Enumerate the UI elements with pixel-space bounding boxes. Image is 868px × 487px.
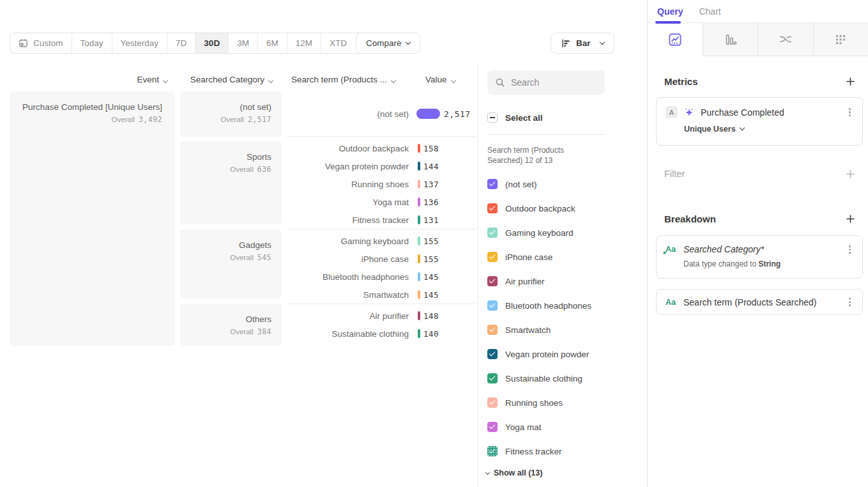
measure-dropdown[interactable]: Unique Users <box>684 125 853 134</box>
checkbox-checked-icon[interactable] <box>487 398 498 408</box>
checkbox-checked-icon[interactable] <box>487 228 498 238</box>
insights-chart-icon <box>668 33 682 47</box>
category-card[interactable]: Sports Overall636 <box>180 141 282 224</box>
category-card[interactable]: Others Overall384 <box>180 304 282 346</box>
column-header-value[interactable]: Value <box>425 75 455 84</box>
category-card[interactable]: (not set) Overall2,517 <box>180 91 282 137</box>
table-row[interactable]: Vegan protein powder144 <box>287 157 476 175</box>
report-type-tabs <box>648 23 868 56</box>
kebab-menu-icon[interactable] <box>849 301 851 303</box>
value-bar[interactable] <box>418 272 420 281</box>
value-bar[interactable] <box>418 329 420 338</box>
table-row[interactable]: Running shoes137 <box>287 175 476 193</box>
date-range-6m[interactable]: 6M <box>257 33 287 53</box>
value-bar[interactable] <box>418 290 420 299</box>
column-header-searched-category[interactable]: Searched Category <box>180 75 273 84</box>
legend-item[interactable]: Fitness tracker <box>487 439 644 463</box>
compare-button[interactable]: Compare <box>356 33 420 54</box>
checkbox-checked-icon[interactable] <box>487 276 498 286</box>
legend-item[interactable]: Smartwatch <box>487 318 644 342</box>
date-range-7d[interactable]: 7D <box>167 33 195 53</box>
tab-retention[interactable] <box>813 23 868 56</box>
checkbox-checked-icon[interactable] <box>487 373 498 383</box>
date-range-today[interactable]: Today <box>72 33 112 53</box>
tab-chart[interactable]: Chart <box>699 6 720 17</box>
column-header-event[interactable]: Event <box>10 75 167 84</box>
legend-item[interactable]: Vegan protein powder <box>487 342 644 366</box>
chart-type-button[interactable]: Bar <box>551 33 614 54</box>
value-bar[interactable] <box>416 109 440 119</box>
table-row[interactable]: (not set) 2,517 <box>287 91 476 136</box>
date-range-group: Custom Today Yesterday 7D 30D 3M 6M 12M … <box>10 33 369 54</box>
value-bar[interactable] <box>418 180 420 189</box>
date-range-custom[interactable]: Custom <box>10 33 72 53</box>
add-filter-button[interactable] <box>846 170 855 178</box>
chevron-down-icon <box>599 39 604 44</box>
table-row[interactable]: Fitness tracker131 <box>287 211 476 229</box>
value-bar[interactable] <box>418 197 420 206</box>
checkbox-checked-icon[interactable] <box>487 179 498 189</box>
legend-filter-panel: Select all Search term (Products Searche… <box>477 61 647 487</box>
value-bar[interactable] <box>418 144 420 153</box>
table-row[interactable]: Gaming keyboard155 <box>287 232 476 250</box>
date-range-12m[interactable]: 12M <box>287 33 321 53</box>
add-breakdown-button[interactable] <box>846 215 855 223</box>
legend-item[interactable]: iPhone case <box>487 245 644 269</box>
table-row[interactable]: Bluetooth headphones145 <box>287 268 476 286</box>
legend-item[interactable]: Gaming keyboard <box>487 220 644 245</box>
date-range-3m[interactable]: 3M <box>228 33 257 53</box>
table-row[interactable]: Yoga mat136 <box>287 193 476 211</box>
search-input[interactable] <box>511 77 594 88</box>
table-row[interactable]: Outdoor backpack158 <box>287 139 476 157</box>
checkbox-checked-icon[interactable] <box>487 349 498 359</box>
legend-search[interactable] <box>487 70 605 95</box>
value-bar[interactable] <box>418 254 420 263</box>
category-card[interactable]: Gadgets Overall545 <box>180 229 282 298</box>
breakdown-property-name: Search term (Products Searched) <box>683 297 840 307</box>
chevron-down-icon <box>268 77 273 82</box>
date-range-30d[interactable]: 30D <box>195 33 228 53</box>
legend-item[interactable]: (not set) <box>487 172 644 196</box>
tab-funnels[interactable] <box>703 23 758 56</box>
legend-item[interactable]: Air purifier <box>487 269 644 293</box>
legend-item[interactable]: Outdoor backpack <box>487 196 644 220</box>
breakdown-card[interactable]: Aa Search term (Products Searched) <box>656 289 863 315</box>
event-segment-card[interactable]: Purchase Completed [Unique Users] Overal… <box>10 91 175 346</box>
tab-query[interactable]: Query <box>657 6 683 17</box>
checkbox-checked-icon[interactable] <box>487 300 498 311</box>
filter-section-header: Filter <box>664 169 855 179</box>
value-bar[interactable] <box>418 162 420 171</box>
datatype-note: Data type changed to String <box>683 259 853 268</box>
show-all-link[interactable]: Show all (13) <box>486 468 542 477</box>
breakdown-card[interactable]: Aa Searched Category* Data type changed … <box>656 235 863 279</box>
add-metric-button[interactable] <box>846 77 855 86</box>
value-bar[interactable] <box>418 215 420 224</box>
table-row[interactable]: Sustainable clothing140 <box>287 325 476 343</box>
checkbox-checked-icon[interactable] <box>487 325 498 335</box>
value-bar[interactable] <box>418 236 420 245</box>
table-row[interactable]: iPhone case155 <box>287 250 476 268</box>
term-group: Outdoor backpack158 Vegan protein powder… <box>287 136 476 229</box>
table-row[interactable]: Smartwatch145 <box>287 286 476 304</box>
legend-item[interactable]: Sustainable clothing <box>487 366 644 390</box>
select-all-checkbox[interactable]: Select all <box>487 112 543 123</box>
sidebar-tabbar: Query Chart <box>648 0 868 23</box>
checkbox-checked-icon[interactable] <box>487 203 498 213</box>
indeterminate-checkbox-icon[interactable] <box>487 112 498 123</box>
legend-item[interactable]: Bluetooth headphones <box>487 293 644 318</box>
legend-item[interactable]: Running shoes <box>487 390 644 415</box>
checkbox-checked-icon[interactable] <box>487 252 498 262</box>
legend-item[interactable]: Yoga mat <box>487 415 644 439</box>
checkbox-checked-icon[interactable] <box>487 446 498 456</box>
metric-card[interactable]: A Purchase Completed Unique Users <box>656 97 863 146</box>
kebab-menu-icon[interactable] <box>849 249 851 251</box>
column-header-search-term[interactable]: Search term (Products ... <box>291 75 395 84</box>
tab-flows[interactable] <box>758 23 813 56</box>
tab-insights[interactable] <box>648 23 703 56</box>
value-bar[interactable] <box>418 311 420 320</box>
table-row[interactable]: Air purifier148 <box>287 307 476 325</box>
horizontal-bar-chart-icon <box>561 38 571 49</box>
kebab-menu-icon[interactable] <box>849 111 851 113</box>
checkbox-checked-icon[interactable] <box>487 422 498 432</box>
date-range-yesterday[interactable]: Yesterday <box>112 33 167 53</box>
